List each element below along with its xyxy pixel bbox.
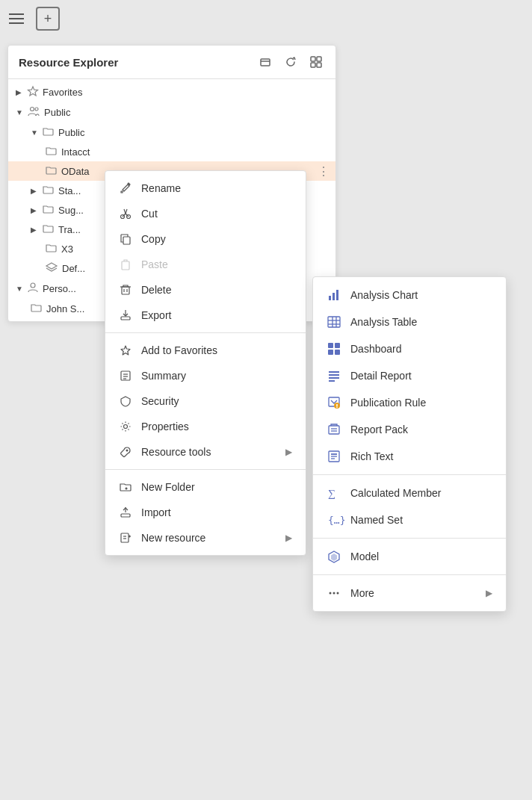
folder-icon-sta — [43, 185, 54, 196]
favorites-arrow: ▶ — [16, 88, 25, 96]
folder-icon-sug — [43, 204, 54, 216]
new-resource-label: New resource — [141, 532, 205, 544]
svg-rect-61 — [329, 426, 339, 434]
expand-button[interactable] — [307, 53, 325, 71]
personal-root-label: Perso... — [43, 283, 76, 294]
menu-item-analysis-chart[interactable]: Analysis Chart — [313, 282, 506, 308]
public-root-label: Public — [44, 107, 70, 118]
calculated-member-icon: ∑ — [327, 486, 341, 500]
svg-point-10 — [31, 283, 35, 288]
menu-item-calculated-member[interactable]: ∑ Calculated Member — [313, 480, 506, 506]
odata-label: OData — [61, 166, 90, 177]
summary-icon — [119, 369, 132, 382]
menu-item-publication-rule[interactable]: Publication Rule — [313, 389, 506, 416]
refresh-button[interactable] — [282, 53, 300, 71]
svg-marker-6 — [28, 87, 38, 96]
svg-rect-0 — [261, 59, 270, 66]
intacct-label: Intacct — [61, 146, 90, 158]
layers-icon — [46, 262, 58, 275]
detail-report-label: Detail Report — [350, 370, 412, 382]
svg-rect-50 — [335, 343, 340, 348]
paste-label: Paste — [141, 258, 168, 270]
svg-rect-36 — [121, 533, 129, 542]
svg-point-8 — [35, 108, 38, 111]
menu-item-report-pack[interactable]: Report Pack — [313, 416, 506, 443]
svg-point-72 — [330, 592, 332, 595]
paste-icon — [119, 258, 132, 271]
menu-item-more[interactable]: More ▶ — [313, 580, 506, 607]
menu-item-paste: Paste — [105, 252, 306, 277]
menu-item-delete[interactable]: Delete — [105, 277, 306, 303]
tree-item-public-root[interactable]: ▼ Public — [8, 102, 335, 123]
svg-rect-2 — [311, 57, 315, 61]
menu-item-new-folder[interactable]: New Folder — [105, 474, 306, 500]
explorer-header: Resource Explorer — [8, 46, 335, 79]
collapse-button[interactable] — [256, 53, 274, 71]
divider-cm2-1 — [313, 474, 506, 475]
menu-item-named-set[interactable]: {…} Named Set — [313, 506, 506, 533]
named-set-icon: {…} — [327, 512, 341, 527]
svg-point-30 — [124, 425, 128, 429]
delete-label: Delete — [141, 284, 171, 296]
new-file-button[interactable]: + — [36, 7, 60, 31]
report-pack-icon — [327, 422, 341, 437]
resource-tools-icon — [119, 445, 132, 459]
tree-item-intacct[interactable]: Intacct — [8, 142, 335, 161]
x3-label: X3 — [61, 244, 73, 255]
menu-item-security[interactable]: Security — [105, 388, 306, 414]
svg-rect-3 — [317, 57, 321, 61]
properties-icon — [119, 420, 132, 433]
menu-item-rich-text[interactable]: Rich Text — [313, 443, 506, 470]
menu-item-cut[interactable]: Cut — [105, 201, 306, 226]
menu-item-detail-report[interactable]: Detail Report — [313, 362, 506, 389]
menu-item-copy[interactable]: Copy — [105, 226, 306, 252]
menu-item-add-favorites[interactable]: Add to Favorites — [105, 338, 306, 363]
personal-root-arrow: ▼ — [16, 285, 25, 293]
def-label: Def... — [62, 263, 85, 274]
calculated-member-label: Calculated Member — [350, 487, 441, 499]
collapse-icon — [259, 56, 271, 68]
menu-item-new-resource[interactable]: New resource ▶ — [105, 525, 306, 551]
cut-label: Cut — [141, 208, 158, 220]
svg-rect-51 — [328, 350, 333, 355]
tra-label: Tra... — [58, 224, 81, 235]
import-label: Import — [141, 506, 171, 518]
security-icon — [119, 394, 132, 408]
rename-label: Rename — [141, 182, 181, 194]
public-folder-label: Public — [58, 127, 84, 138]
odata-dots-button[interactable]: ⋮ — [318, 164, 330, 179]
import-icon — [119, 506, 132, 519]
menu-item-export[interactable]: Export — [105, 303, 306, 328]
add-favorites-label: Add to Favorites — [141, 344, 217, 356]
more-icon — [327, 586, 341, 601]
menu-item-analysis-table[interactable]: Analysis Table — [313, 308, 506, 335]
svg-rect-34 — [121, 514, 130, 517]
menu-item-dashboard[interactable]: Dashboard — [313, 335, 506, 362]
menu-item-properties[interactable]: Properties — [105, 414, 306, 439]
tree-item-favorites[interactable]: ▶ Favorites — [8, 82, 335, 102]
folder-icon-john — [31, 303, 42, 314]
model-label: Model — [350, 551, 379, 562]
menu-item-import[interactable]: Import — [105, 500, 306, 525]
analysis-table-label: Analysis Table — [350, 316, 417, 328]
delete-icon — [119, 283, 132, 297]
named-set-label: Named Set — [350, 514, 403, 526]
svg-rect-18 — [122, 261, 129, 270]
analysis-table-icon — [327, 314, 341, 329]
menu-item-model[interactable]: Model — [313, 543, 506, 570]
hamburger-icon[interactable] — [9, 13, 24, 24]
tree-item-public-folder[interactable]: ▼ Public — [8, 123, 335, 142]
cut-icon — [119, 207, 132, 220]
new-resource-arrow: ▶ — [285, 533, 292, 543]
menu-item-rename[interactable]: Rename — [105, 176, 306, 201]
svg-rect-44 — [328, 317, 340, 327]
menu-item-summary[interactable]: Summary — [105, 363, 306, 388]
detail-report-icon — [327, 368, 341, 383]
context-menu-2: Analysis Chart Analysis Table Dashboard … — [312, 276, 507, 612]
new-folder-icon — [119, 480, 132, 494]
new-folder-label: New Folder — [141, 481, 195, 493]
folder-icon-intacct — [46, 146, 57, 158]
svg-line-16 — [126, 209, 127, 214]
star-icon — [28, 86, 38, 99]
menu-item-resource-tools[interactable]: Resource tools ▶ — [105, 439, 306, 465]
